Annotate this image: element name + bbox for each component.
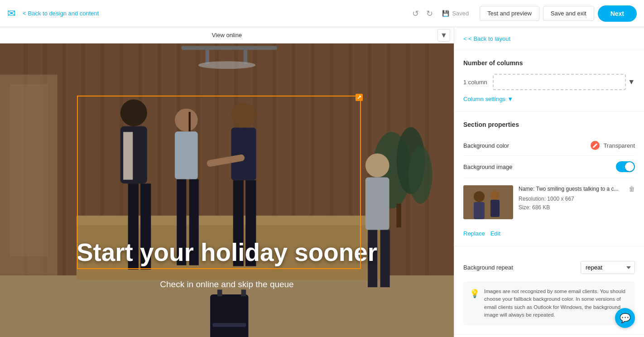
image-info: Name: Two smiling guests talking to a c.…: [519, 185, 623, 212]
image-size: Size: 686 KB: [519, 203, 623, 212]
background-scene: Start your holiday sooner Check in onlin…: [0, 43, 454, 337]
topbar-actions: Test and preview Save and exit Next: [480, 5, 637, 22]
transparent-label: Transparent: [603, 142, 635, 149]
transparent-indicator: [593, 143, 598, 148]
email-preview: Start your holiday sooner Check in onlin…: [0, 43, 454, 337]
collapse-button[interactable]: ▼: [437, 29, 450, 42]
replace-image-button[interactable]: Replace: [463, 230, 485, 237]
image-actions: Replace Edit: [463, 230, 635, 237]
app-logo: ✉: [7, 8, 15, 19]
view-online-link[interactable]: View online: [212, 32, 242, 39]
svg-point-70: [490, 191, 500, 200]
svg-rect-71: [490, 200, 500, 217]
right-panel: < Back to layout Number of columns 1 col…: [454, 27, 644, 337]
column-select-box[interactable]: [493, 74, 626, 90]
back-to-layout-link[interactable]: < Back to layout: [463, 35, 510, 42]
columns-section-title: Number of columns: [463, 59, 635, 67]
save-icon: 💾: [442, 10, 449, 17]
svg-point-68: [474, 191, 485, 202]
bg-image-toggle-wrapper[interactable]: [616, 161, 635, 172]
bg-repeat-select[interactable]: no-repeat repeat repeat-x repeat-y: [581, 261, 635, 274]
info-text: Images are not recognized by some email …: [484, 288, 629, 319]
columns-section: Number of columns 1 column ▼ Column sett…: [454, 50, 644, 112]
column-selector[interactable]: ▼: [493, 74, 635, 90]
column-dropdown-arrow[interactable]: ▼: [628, 78, 635, 86]
save-exit-button[interactable]: Save and exit: [543, 6, 594, 21]
bg-repeat-label: Background repeat: [463, 264, 513, 271]
image-name: Name: Two smiling guests talking to a c.…: [519, 185, 623, 193]
column-settings-label: Column settings: [463, 96, 505, 102]
svg-text:Check in online and skip the q: Check in online and skip the queue: [160, 279, 293, 289]
color-swatch[interactable]: [591, 141, 600, 150]
section-properties: Section properties Background color Tran…: [454, 112, 644, 246]
info-box: 💡 Images are not recognized by some emai…: [463, 281, 635, 325]
next-button[interactable]: Next: [598, 5, 637, 22]
email-hero-section[interactable]: Start your holiday sooner Check in onlin…: [0, 43, 454, 337]
undo-button[interactable]: ↺: [410, 7, 421, 20]
repeat-row: Background repeat no-repeat repeat repea…: [463, 255, 635, 279]
image-delete-button[interactable]: 🗑: [629, 185, 635, 193]
chat-fab-button[interactable]: 💬: [615, 308, 635, 328]
main-layout: View online ▼: [0, 27, 644, 337]
back-to-design-button[interactable]: Back to design and content: [23, 10, 99, 17]
view-online-bar: View online ▼: [0, 27, 454, 43]
svg-rect-67: [463, 185, 513, 219]
panel-header: < Back to layout: [454, 27, 644, 50]
column-value-label: 1 column: [463, 79, 487, 86]
image-resolution: Resolution: 1000 x 667: [519, 195, 623, 203]
test-preview-button[interactable]: Test and preview: [480, 6, 539, 21]
column-settings-button[interactable]: Column settings ▼: [463, 96, 513, 102]
toggle-knob: [625, 162, 634, 171]
svg-text:Start your holiday sooner: Start your holiday sooner: [77, 238, 377, 266]
undo-redo-group: ↺ ↻: [410, 7, 435, 20]
svg-rect-63: [0, 43, 454, 337]
image-preview-row: Name: Two smiling guests talking to a c.…: [463, 178, 635, 226]
svg-rect-69: [474, 202, 485, 219]
info-icon: 💡: [470, 289, 480, 319]
bg-color-row: Background color Transparent: [463, 135, 635, 156]
saved-status: 💾 Saved: [442, 10, 469, 17]
bg-color-value[interactable]: Transparent: [591, 141, 635, 150]
column-settings-chevron: ▼: [507, 96, 513, 102]
edit-image-button[interactable]: Edit: [490, 230, 500, 237]
bg-image-row: Background image: [463, 156, 635, 178]
columns-row: 1 column ▼: [463, 74, 635, 90]
bg-color-label: Background color: [463, 142, 509, 149]
section-properties-title: Section properties: [463, 121, 635, 128]
redo-button[interactable]: ↻: [424, 7, 435, 20]
bg-image-label: Background image: [463, 164, 512, 170]
topbar: ✉ Back to design and content ↺ ↻ 💾 Saved…: [0, 0, 644, 27]
image-thumbnail: [463, 185, 513, 219]
bg-image-toggle[interactable]: [616, 161, 635, 172]
chat-icon: 💬: [620, 313, 631, 323]
canvas-area: View online ▼: [0, 27, 454, 337]
